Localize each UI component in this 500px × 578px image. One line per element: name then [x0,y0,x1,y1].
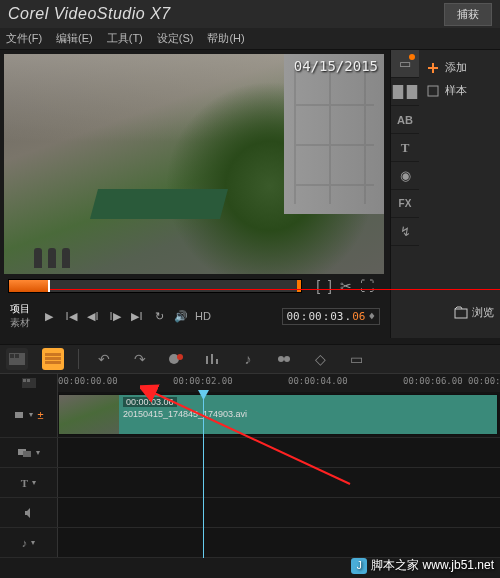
volume-button[interactable]: 🔊 [172,307,190,325]
svg-rect-0 [393,85,404,99]
chevron-down-icon: ▾ [31,538,35,547]
browse-button[interactable]: 浏览 [454,305,494,320]
library-media-icon[interactable]: ▭ [391,50,419,78]
prev-frame-button[interactable]: ◀I [84,307,102,325]
ruler-tick: 00:00:00.00 [58,376,118,386]
svg-point-11 [177,354,183,360]
svg-rect-3 [455,309,467,318]
menu-settings[interactable]: 设定(S) [157,31,194,46]
go-end-button[interactable]: ▶I [128,307,146,325]
svg-rect-9 [45,361,61,364]
overlay-track-head[interactable]: ▾ [0,438,58,467]
mark-out-button[interactable]: ] [328,278,332,294]
svg-point-13 [284,356,290,362]
track-manager-button[interactable] [273,348,295,370]
mixer-button[interactable] [201,348,223,370]
video-clip[interactable]: 00:00:03.06 20150415_174845_174903.avi [58,394,498,435]
clip-thumbnail [59,395,119,434]
scrub-bar[interactable] [8,279,302,293]
svg-rect-1 [407,85,418,99]
app-title: Corel VideoStudio X7 [8,5,171,23]
ruler-head [0,374,58,392]
svg-rect-20 [23,451,31,457]
svg-rect-8 [45,357,61,360]
capture-button[interactable]: 捕获 [444,3,492,26]
menu-file[interactable]: 文件(F) [6,31,42,46]
ruler-tick: 00:00:06.00 [403,376,463,386]
clip-duration: 00:00:03.06 [123,397,177,407]
record-button[interactable] [165,348,187,370]
svg-point-12 [278,356,284,362]
auto-music-button[interactable]: ♪ [237,348,259,370]
library-graphic-icon[interactable]: T [391,134,419,162]
watermark: J 脚本之家 www.jb51.net [351,557,494,574]
chevron-down-icon: ▾ [32,478,36,487]
preview-timestamp: 04/15/2015 [294,58,378,74]
chevron-down-icon: ▾ [36,448,40,457]
timeline-tracks: ▾ ± 00:00:03.06 20150415_174845_174903.a… [0,392,500,558]
library-filter-icon[interactable]: ◉ [391,162,419,190]
ruler-tick: 00:00:04.00 [288,376,348,386]
repeat-button[interactable]: ↻ [150,307,168,325]
menu-edit[interactable]: 编辑(E) [56,31,93,46]
video-track-head[interactable]: ▾ ± [0,392,58,437]
mark-in-button[interactable]: [ [316,278,320,294]
svg-rect-2 [428,86,438,96]
add-button[interactable]: 添加 [425,56,494,79]
menu-help[interactable]: 帮助(H) [207,31,244,46]
go-start-button[interactable]: I◀ [62,307,80,325]
ruler-tick: 00:00:08 [468,376,500,386]
template-button[interactable]: 样本 [425,79,494,102]
svg-rect-5 [10,354,14,358]
redo-button[interactable]: ↷ [129,348,151,370]
music-track-head[interactable]: ♪ ▾ [0,528,58,557]
preview-monitor[interactable]: 04/15/2015 [4,54,384,274]
chevron-down-icon: ▾ [29,410,33,419]
clip-filename: 20150415_174845_174903.avi [123,409,493,419]
menu-bar: 文件(F) 编辑(E) 工具(T) 设定(S) 帮助(H) [0,28,500,50]
menu-tools[interactable]: 工具(T) [107,31,143,46]
svg-rect-6 [15,354,19,358]
play-button[interactable]: ▶ [40,307,58,325]
playhead[interactable] [203,392,204,558]
mode-project[interactable]: 项目 [10,302,30,316]
timeline-ruler[interactable]: 00:00:00.0000:00:02.0000:00:04.0000:00:0… [58,374,500,392]
chapter-button[interactable]: ◇ [309,348,331,370]
title-track-head[interactable]: T ▾ [0,468,58,497]
storyboard-view-button[interactable] [6,348,28,370]
timeline-view-button[interactable] [42,348,64,370]
enlarge-button[interactable]: ⛶ [360,278,374,294]
library-title-icon[interactable]: AB [391,106,419,134]
svg-rect-16 [27,379,30,382]
subtitle-button[interactable]: ▭ [345,348,367,370]
mode-clip[interactable]: 素材 [10,316,30,330]
library-path-icon[interactable]: ↯ [391,218,419,246]
timecode-display[interactable]: 00:00:03.06♦ [282,308,381,325]
hd-toggle[interactable]: HD [194,307,212,325]
voice-track-head[interactable] [0,498,58,527]
undo-button[interactable]: ↶ [93,348,115,370]
library-fx-icon[interactable]: FX [391,190,419,218]
annotation-line [50,289,500,290]
next-frame-button[interactable]: I▶ [106,307,124,325]
svg-rect-18 [15,412,23,418]
svg-rect-15 [23,379,26,382]
split-clip-button[interactable]: ✂ [340,278,352,294]
svg-rect-7 [45,353,61,356]
ruler-tick: 00:00:02.00 [173,376,233,386]
library-transition-icon[interactable] [391,78,419,106]
